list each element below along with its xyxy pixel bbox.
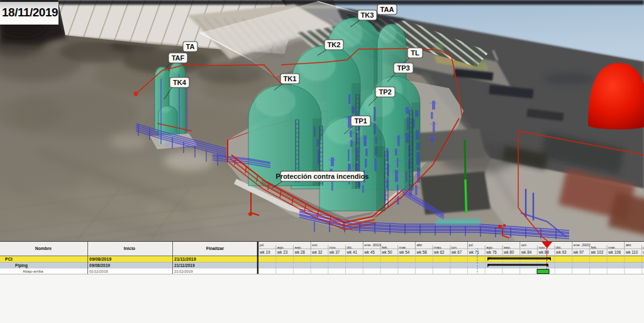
svg-text:abr.: abr. [416, 243, 423, 247]
svg-text:ago.: ago. [277, 246, 285, 249]
svg-text:TK2: TK2 [328, 41, 341, 48]
svg-text:may.: may. [434, 246, 442, 249]
svg-text:21/11/2019: 21/11/2019 [174, 257, 196, 261]
svg-text:nov.: nov. [330, 246, 336, 249]
svg-text:TAA: TAA [380, 6, 394, 13]
svg-text:Abajo-arriba: Abajo-arriba [23, 269, 43, 273]
svg-text:ene. 2019: ene. 2019 [364, 243, 381, 247]
svg-text:wk 19: wk 19 [259, 250, 270, 254]
svg-text:wk 106: wk 106 [608, 250, 621, 254]
svg-text:21/11/2019: 21/11/2019 [174, 269, 193, 273]
svg-text:wk 37: wk 37 [329, 250, 340, 254]
svg-text:ago.: ago. [486, 246, 494, 249]
svg-text:wk 84: wk 84 [521, 250, 532, 254]
svg-text:Piping: Piping [15, 263, 28, 268]
svg-text:wk 41: wk 41 [347, 250, 358, 254]
svg-text:mar.: mar. [399, 246, 407, 249]
svg-text:feb.: feb. [591, 246, 597, 249]
svg-text:wk 80: wk 80 [503, 250, 514, 254]
svg-text:TK1: TK1 [284, 75, 297, 82]
svg-text:dic.: dic. [347, 246, 353, 249]
svg-text:PCI: PCI [5, 257, 13, 261]
svg-text:wk 32: wk 32 [311, 250, 323, 254]
svg-text:wk 45: wk 45 [364, 250, 375, 254]
svg-text:wk 58: wk 58 [416, 250, 427, 254]
svg-text:09/08/2019: 09/08/2019 [89, 263, 110, 268]
svg-text:jul.: jul. [469, 243, 474, 247]
svg-text:jun.: jun. [451, 246, 458, 249]
svg-text:wk 28: wk 28 [294, 250, 305, 254]
svg-text:wk 76: wk 76 [486, 250, 497, 254]
svg-text:wk 93: wk 93 [555, 250, 567, 254]
svg-text:01/11/2019: 01/11/2019 [89, 269, 108, 273]
svg-text:Nombre: Nombre [35, 246, 52, 251]
svg-text:wk 67: wk 67 [451, 250, 462, 254]
svg-text:wk 71: wk 71 [469, 250, 480, 254]
svg-text:TP2: TP2 [379, 88, 391, 96]
svg-text:TA: TA [186, 43, 195, 50]
svg-text:nov.: nov. [538, 246, 545, 249]
svg-text:sep.: sep. [504, 246, 511, 249]
svg-text:wk 50: wk 50 [381, 250, 392, 254]
svg-text:oct.: oct. [521, 243, 528, 247]
svg-text:dic.: dic. [556, 246, 562, 249]
svg-text:TL: TL [411, 49, 419, 57]
svg-text:TP3: TP3 [397, 64, 409, 72]
svg-text:TK4: TK4 [173, 79, 187, 86]
svg-text:18/11/2019: 18/11/2019 [2, 6, 58, 19]
svg-text:abr.: abr. [626, 243, 632, 247]
svg-text:TAF: TAF [172, 54, 185, 62]
svg-text:TP1: TP1 [354, 117, 367, 125]
svg-text:ene. 2020: ene. 2020 [574, 243, 591, 247]
svg-text:wk 54: wk 54 [399, 250, 410, 254]
svg-text:mar.: mar. [608, 246, 616, 249]
svg-text:wk 110: wk 110 [625, 250, 638, 254]
svg-text:Protección contra incendios: Protección contra incendios [276, 173, 369, 180]
svg-text:wk 102: wk 102 [591, 250, 604, 254]
svg-text:21/11/2019: 21/11/2019 [174, 263, 195, 268]
svg-text:feb.: feb. [382, 246, 388, 249]
svg-text:oct.: oct. [312, 243, 318, 247]
svg-text:09/08/2019: 09/08/2019 [89, 257, 111, 261]
svg-text:sep.: sep. [294, 246, 302, 249]
svg-text:wk 23: wk 23 [277, 250, 288, 254]
svg-text:jul.: jul. [259, 243, 265, 247]
svg-text:wk 62: wk 62 [433, 250, 445, 254]
svg-text:wk 88: wk 88 [538, 250, 549, 254]
svg-text:TK3: TK3 [361, 11, 374, 19]
svg-text:Finalizar: Finalizar [206, 246, 225, 251]
svg-text:Inicio: Inicio [124, 246, 135, 251]
svg-text:wk 97: wk 97 [573, 250, 584, 254]
